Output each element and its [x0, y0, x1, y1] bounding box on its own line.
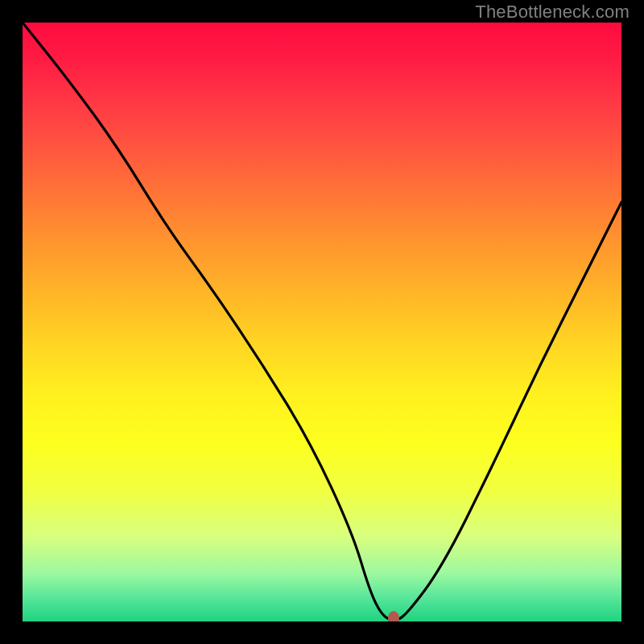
- chart-frame: TheBottleneck.com: [0, 0, 644, 644]
- bottleneck-curve: [23, 23, 621, 621]
- plot-area: [23, 23, 621, 621]
- optimal-point-marker: [388, 611, 399, 621]
- curve-path: [23, 23, 621, 620]
- watermark-label: TheBottleneck.com: [475, 2, 630, 23]
